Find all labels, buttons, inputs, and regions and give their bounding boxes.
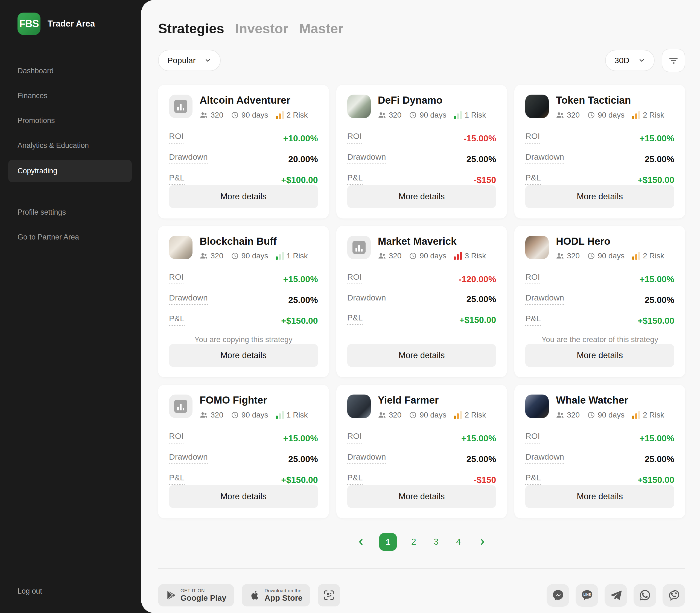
clock-icon	[587, 252, 595, 260]
drawdown-label[interactable]: Drawdown	[169, 293, 208, 305]
line-button[interactable]: LINE	[575, 584, 598, 607]
pnl-label[interactable]: P&L	[347, 313, 363, 325]
card-header: HODL Hero 320 90 days 2 Risk	[525, 236, 674, 261]
roi-label[interactable]: ROI	[169, 431, 183, 443]
telegram-button[interactable]	[605, 584, 627, 607]
pagination-next-icon[interactable]	[476, 537, 489, 546]
more-details-button[interactable]: More details	[169, 485, 318, 508]
pagination-page-3[interactable]: 3	[431, 537, 442, 547]
strategy-stats: 320 90 days 3 Risk	[378, 251, 486, 260]
pnl-label[interactable]: P&L	[347, 473, 363, 485]
pnl-label[interactable]: P&L	[525, 473, 541, 485]
whatsapp-button[interactable]	[634, 584, 656, 607]
drawdown-label[interactable]: Drawdown	[169, 452, 208, 464]
pnl-value: +$150.00	[638, 175, 674, 185]
users-icon	[199, 111, 208, 119]
pnl-value: -$150	[474, 175, 496, 185]
subscribers-stat: 320	[378, 411, 402, 419]
viber-button[interactable]	[663, 584, 685, 607]
pnl-row: P&L +$150.00	[525, 473, 674, 485]
sidebar-item-promotions[interactable]: Promotions	[0, 108, 141, 133]
pagination-prev-icon[interactable]	[355, 537, 368, 546]
footer-divider	[158, 568, 685, 569]
strategy-stats: 320 90 days 2 Risk	[378, 411, 486, 419]
risk-bars-icon	[276, 111, 284, 119]
clock-icon	[587, 411, 595, 419]
messenger-button[interactable]	[547, 584, 569, 607]
drawdown-row: Drawdown 25.00%	[525, 152, 674, 164]
roi-label[interactable]: ROI	[525, 131, 540, 144]
sidebar: FBS Trader Area Dashboard Finances Promo…	[0, 0, 141, 613]
drawdown-value: 25.00%	[466, 454, 496, 464]
more-details-button[interactable]: More details	[525, 344, 674, 367]
qr-code-button[interactable]	[318, 584, 340, 607]
users-icon	[556, 111, 564, 119]
sidebar-item-finances[interactable]: Finances	[0, 83, 141, 108]
pnl-label[interactable]: P&L	[347, 173, 363, 185]
more-details-button[interactable]: More details	[169, 185, 318, 208]
roi-label[interactable]: ROI	[347, 431, 362, 443]
risk-stat: 3 Risk	[454, 251, 486, 260]
drawdown-label[interactable]: Drawdown	[347, 293, 386, 304]
roi-label[interactable]: ROI	[525, 431, 540, 443]
strategy-name: Yield Farmer	[378, 394, 486, 406]
sidebar-item-partner-area[interactable]: Go to Partner Area	[0, 225, 141, 250]
roi-row: ROI -120.00%	[347, 272, 496, 284]
strategy-card: Yield Farmer 320 90 days 2 Risk	[336, 385, 507, 518]
more-details-button[interactable]: More details	[347, 344, 496, 367]
duration-stat: 90 days	[409, 411, 446, 419]
drawdown-label[interactable]: Drawdown	[525, 452, 564, 464]
more-details-button[interactable]: More details	[525, 485, 674, 508]
google-play-badge[interactable]: GET IT ON Google Play	[158, 584, 234, 607]
pnl-label[interactable]: P&L	[525, 173, 541, 185]
footer-apps-row: GET IT ON Google Play Download on the Ap…	[158, 584, 685, 607]
sort-dropdown[interactable]: Popular	[158, 50, 221, 71]
tab-master[interactable]: Master	[299, 21, 343, 37]
more-details-button[interactable]: More details	[525, 185, 674, 208]
pagination-page-4[interactable]: 4	[453, 537, 464, 547]
roi-label[interactable]: ROI	[347, 272, 362, 284]
strategy-avatar	[347, 95, 371, 118]
chevron-down-icon	[638, 57, 645, 64]
roi-row: ROI -15.00%	[347, 131, 496, 144]
drawdown-label[interactable]: Drawdown	[169, 152, 208, 164]
drawdown-label[interactable]: Drawdown	[525, 293, 564, 305]
strategy-avatar	[169, 394, 193, 418]
app-store-badge[interactable]: Download on the App Store	[242, 584, 310, 607]
pagination-page-2[interactable]: 2	[408, 537, 419, 547]
app-store-line1: Download on the	[265, 588, 303, 593]
card-header: Market Maverick 320 90 days 3 Risk	[347, 236, 496, 261]
strategy-stats: 320 90 days 1 Risk	[199, 411, 308, 419]
filter-button[interactable]	[662, 49, 685, 72]
roi-label[interactable]: ROI	[169, 131, 183, 144]
pnl-label[interactable]: P&L	[169, 173, 184, 185]
drawdown-label[interactable]: Drawdown	[525, 152, 564, 164]
drawdown-label[interactable]: Drawdown	[347, 152, 386, 164]
pnl-label[interactable]: P&L	[169, 314, 184, 326]
drawdown-label[interactable]: Drawdown	[347, 452, 386, 464]
drawdown-value: 20.00%	[288, 154, 318, 164]
roi-label[interactable]: ROI	[347, 131, 362, 144]
pnl-label[interactable]: P&L	[525, 314, 541, 326]
more-details-button[interactable]: More details	[169, 344, 318, 367]
roi-row: ROI +15.00%	[169, 272, 318, 284]
strategy-name: Altcoin Adventurer	[199, 95, 308, 106]
sidebar-item-analytics-education[interactable]: Analytics & Education	[0, 133, 141, 158]
users-icon	[378, 252, 386, 260]
logout-button[interactable]: Log out	[17, 587, 42, 596]
users-icon	[378, 411, 386, 419]
risk-stat: 1 Risk	[454, 111, 486, 119]
sidebar-item-dashboard[interactable]: Dashboard	[0, 58, 141, 83]
roi-label[interactable]: ROI	[525, 272, 540, 284]
roi-label[interactable]: ROI	[169, 272, 183, 284]
more-details-button[interactable]: More details	[347, 185, 496, 208]
tab-strategies[interactable]: Strategies	[158, 21, 224, 37]
sidebar-item-copytrading[interactable]: Copytrading	[8, 160, 132, 182]
period-dropdown[interactable]: 30D	[605, 50, 654, 71]
tab-investor[interactable]: Investor	[235, 21, 288, 37]
sidebar-item-profile-settings[interactable]: Profile settings	[0, 200, 141, 225]
pagination-page-1[interactable]: 1	[379, 533, 397, 551]
more-details-button[interactable]: More details	[347, 485, 496, 508]
clock-icon	[587, 111, 595, 119]
pnl-label[interactable]: P&L	[169, 473, 184, 485]
